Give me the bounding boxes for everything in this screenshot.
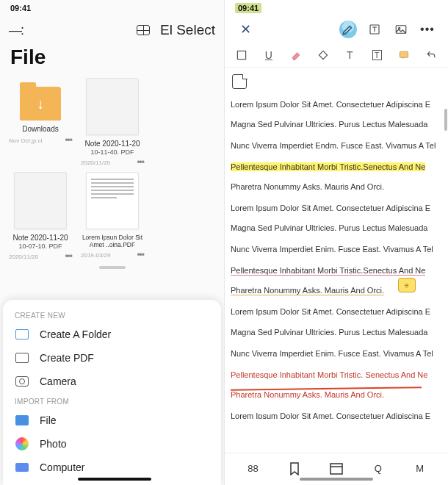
document-line[interactable]: Lorem Ipsum Dolor Sit Amet. Consectetuer… [231,307,430,316]
menu-button[interactable]: M [405,463,435,474]
document-line[interactable]: Lorem Ipsum Dolor Sit Amet. Consectetuer… [231,412,430,419]
import-photo-row[interactable]: Photo [3,432,221,456]
document-line[interactable]: Nunc Viverra Imperdiet Endm. Fusce East.… [231,141,436,150]
more-icon[interactable]: ••• [65,135,72,146]
search-button[interactable]: Q [364,463,393,474]
import-computer-row[interactable]: Computer [3,456,221,479]
file-meta: Nov Oct jp cl ••• [6,134,75,146]
text-tool-button[interactable] [361,18,388,41]
document-line[interactable]: Magna Sed Pulvinar Ultricies. Purus Lect… [231,223,427,232]
document-line[interactable]: Nunc Viverra Imperdiet Enim. Fusce East.… [231,349,433,358]
pdf-icon [15,351,29,365]
comment-annotation[interactable] [398,278,416,292]
document-line[interactable]: Magna Sed Pulvinar Ultricies. Purus Lect… [231,328,427,337]
document-line[interactable]: Pellentesque Inhabitant Morbi Tristic.Se… [231,162,425,171]
text-box-button[interactable]: T [366,45,388,65]
bookmark-button[interactable] [280,462,309,475]
doc-thumb-icon [86,172,139,229]
more-icon[interactable]: ••• [65,251,72,262]
grid-view-icon[interactable] [137,25,150,35]
create-new-label: CREATE NEW [3,307,221,323]
document-line[interactable]: Pellentesque Inhabitant Morbi Tristic.Se… [231,266,425,276]
document-line[interactable]: Pharetra Nonummy Asks. Mauris And Orci. [231,286,384,295]
scrollbar-thumb[interactable] [444,109,447,131]
pen-tool-button[interactable] [335,18,361,41]
document-line[interactable]: Pharetra Nonummy Asks. Mauris And Orci. [231,182,384,191]
document-line[interactable]: Pellentesque Inhabitant Morbi Tristic. S… [231,370,427,379]
more-button[interactable]: ••• [414,18,441,41]
svg-rect-3 [237,51,245,59]
bookmark-icon [289,462,300,475]
image-tool-button[interactable] [388,18,414,41]
file-name: Lorem Ipsun Dolor Sit Amet ..oina.PDF [78,234,147,248]
file-item[interactable]: Note 2020-11-20 10-07-10. PDF 2020/11/20… [6,170,75,262]
diamond-icon [317,49,329,61]
home-indicator[interactable] [300,478,373,481]
file-name: Downloads [6,125,75,134]
file-name: Note 2020-11-20 [6,234,75,242]
svg-rect-4 [400,51,408,57]
text-box-t-icon: T [372,50,382,60]
text-insert-button[interactable]: T [339,45,361,65]
file-icon [15,413,29,428]
sheet-handle-icon[interactable] [99,266,126,269]
folder-icon [20,87,61,121]
editor-sub-toolbar: U T T [225,43,448,68]
page-title: File [0,43,224,76]
more-icon[interactable]: ••• [137,250,144,260]
eraser-tool-button[interactable] [285,45,307,65]
computer-icon [15,460,29,475]
document-line[interactable]: Pharetra Nonummy Asks. Mauris And Orci. [231,390,384,399]
pen-icon [339,21,357,38]
status-time: 09:41 [10,4,31,12]
file-meta: 2019-03/29 ••• [78,248,147,260]
close-button[interactable]: ✕ [232,18,259,41]
status-bar-left: 09:41 [0,0,224,16]
file-item[interactable]: Note 2020-11-20 10-11-40. PDF 2020/11/20… [78,76,147,168]
create-folder-row[interactable]: Create A Folder [3,323,221,346]
camera-row[interactable]: Camera [3,370,221,393]
view-mode-button[interactable] [322,463,351,475]
select-tool-button[interactable] [231,45,253,65]
text-t-icon: T [347,49,353,61]
comment-tool-button[interactable] [393,45,415,65]
doc-thumb-icon [86,78,139,135]
more-icon[interactable]: ••• [137,157,144,168]
doc-thumb-icon [14,172,67,229]
pdf-editor-panel: 09:41 ✕ ••• U T T Lorem Ipsum Dolor Sit … [224,0,448,485]
page-number[interactable]: 88 [238,463,267,474]
shape-tool-button[interactable] [312,45,334,65]
note-row [225,68,448,96]
document-line[interactable]: Magna Sed Pulvinar Ultricies. Purus Lect… [231,120,427,129]
create-import-sheet: CREATE NEW Create A Folder Create PDF Ca… [3,300,221,485]
editor-top-toolbar: ✕ ••• [225,16,448,43]
document-line[interactable]: Lorem Ipsum Dolor Sit Amet. Consectetuer… [231,204,430,212]
menu-icon[interactable]: —: [9,23,23,38]
undo-button[interactable] [420,45,442,65]
document-line[interactable]: Lorem Ipsum Dolor Sit Amet. Consectetuer… [231,100,430,109]
note-icon[interactable] [232,74,247,89]
import-file-row[interactable]: File [3,409,221,432]
underline-tool-button[interactable]: U [258,45,280,65]
home-indicator[interactable] [78,478,151,481]
create-pdf-row[interactable]: Create PDF [3,346,221,370]
undo-icon [425,49,437,61]
file-name: Note 2020-11-20 [78,140,147,148]
file-item[interactable]: Lorem Ipsun Dolor Sit Amet ..oina.PDF 20… [78,170,147,262]
more-icon: ••• [420,23,435,36]
document-content[interactable]: Lorem Ipsum Dolor Sit Amet. Consectetuer… [225,96,448,419]
file-item-downloads[interactable]: Downloads Nov Oct jp cl ••• [6,76,75,168]
file-grid: Downloads Nov Oct jp cl ••• Note 2020-11… [0,76,224,262]
page-view-icon [330,463,343,475]
file-subtitle: 10-11-40. PDF [90,148,134,156]
status-time: 09:41 [235,3,261,13]
close-icon: ✕ [240,21,251,37]
select-label[interactable]: El Select [160,22,215,38]
file-meta: 2020/11/20 ••• [6,250,75,262]
file-browser-panel: 09:41 —: El Select File Downloads Nov Oc… [0,0,224,485]
comment-icon [398,49,410,61]
underline-icon: U [265,49,272,61]
text-box-icon [368,23,381,36]
document-line[interactable]: Nunc Viverra Imperdiet Enim. Fusce East.… [231,245,433,254]
photo-icon [15,436,29,451]
